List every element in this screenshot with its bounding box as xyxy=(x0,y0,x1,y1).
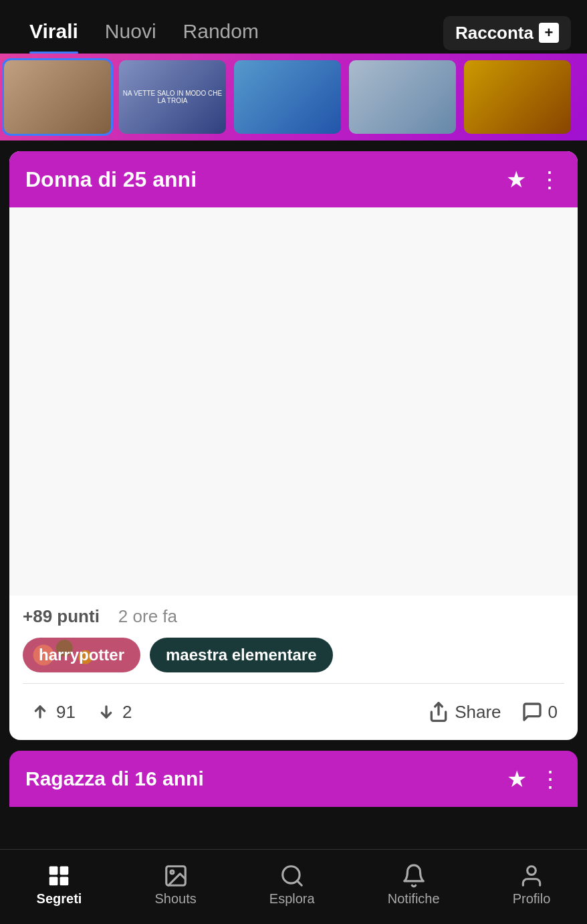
downvote-icon xyxy=(96,701,117,723)
card-preview[interactable]: Ragazza di 16 anni ★ ⋮ xyxy=(9,751,578,807)
bell-icon xyxy=(401,863,427,889)
card-title: Donna di 25 anni xyxy=(25,167,506,192)
svg-rect-6 xyxy=(60,877,69,886)
comment-icon xyxy=(521,701,543,723)
nav-item-esplora[interactable]: Esplora xyxy=(256,858,328,912)
card-tags: harrypotter maestra elementare xyxy=(9,635,578,683)
favorite-icon[interactable]: ★ xyxy=(506,166,526,193)
nav-label-profilo: Profilo xyxy=(513,891,551,907)
upvote-count: 91 xyxy=(56,702,76,723)
tab-nuovi[interactable]: Nuovi xyxy=(92,12,170,54)
person-icon xyxy=(519,863,544,889)
card-header: Donna di 25 anni ★ ⋮ xyxy=(9,151,578,207)
preview-star-icon[interactable]: ★ xyxy=(507,765,527,792)
nav-item-shouts[interactable]: Shouts xyxy=(141,858,209,912)
nav-item-profilo[interactable]: Profilo xyxy=(499,858,564,912)
more-options-icon[interactable]: ⋮ xyxy=(538,166,562,193)
svg-line-10 xyxy=(297,881,302,885)
nav-item-segreti[interactable]: Segreti xyxy=(23,858,96,912)
story-item-5[interactable] xyxy=(464,60,571,134)
card-preview-icons: ★ ⋮ xyxy=(507,765,562,792)
story-item-2[interactable]: NA VETTE SALO IN MODO CHE LA TROIA xyxy=(119,60,226,134)
downvote-count: 2 xyxy=(122,702,132,723)
share-label: Share xyxy=(455,702,501,723)
grid-icon xyxy=(46,863,72,889)
card-body xyxy=(9,207,578,595)
comment-count: 0 xyxy=(548,702,558,723)
card-preview-title: Ragazza di 16 anni xyxy=(25,767,507,790)
points-label: +89 punti xyxy=(23,606,100,627)
downvote-button[interactable]: 2 xyxy=(89,696,138,728)
time-label: 2 ore fa xyxy=(118,606,177,627)
post-card: Donna di 25 anni ★ ⋮ +89 punti 2 ore fa … xyxy=(9,151,578,740)
upvote-button[interactable]: 91 xyxy=(23,696,82,728)
svg-rect-3 xyxy=(49,866,58,875)
nav-label-segreti: Segreti xyxy=(37,891,82,907)
nav-label-esplora: Esplora xyxy=(269,891,315,907)
svg-rect-5 xyxy=(49,877,58,886)
story-item-4[interactable] xyxy=(349,60,456,134)
svg-point-8 xyxy=(170,870,174,874)
preview-dots-icon[interactable]: ⋮ xyxy=(539,765,562,792)
comment-button[interactable]: 0 xyxy=(515,696,564,728)
racconta-button[interactable]: Racconta + xyxy=(443,16,571,50)
bottom-navigation: Segreti Shouts Esplora Notifiche Profilo xyxy=(0,849,587,924)
card-meta: +89 punti 2 ore fa xyxy=(9,595,578,635)
svg-rect-4 xyxy=(60,866,69,875)
stories-bar: NA VETTE SALO IN MODO CHE LA TROIA xyxy=(0,54,587,141)
tab-random[interactable]: Random xyxy=(170,12,272,54)
tag-harrypotter[interactable]: harrypotter xyxy=(23,638,140,672)
upvote-icon xyxy=(29,701,51,723)
racconta-plus-icon: + xyxy=(539,23,559,43)
nav-item-notifiche[interactable]: Notifiche xyxy=(374,858,453,912)
card-header-icons: ★ ⋮ xyxy=(506,166,562,193)
search-icon xyxy=(279,863,305,889)
top-navigation: Virali Nuovi Random Racconta + xyxy=(0,0,587,54)
image-icon xyxy=(163,863,189,889)
nav-label-notifiche: Notifiche xyxy=(388,891,440,907)
tab-virali[interactable]: Virali xyxy=(16,12,92,54)
story-item-3[interactable] xyxy=(234,60,341,134)
story-item-1[interactable] xyxy=(4,60,111,134)
racconta-label: Racconta xyxy=(455,23,534,43)
card-actions: 91 2 Share 0 xyxy=(9,684,578,740)
share-button[interactable]: Share xyxy=(421,696,507,728)
share-icon xyxy=(428,701,449,723)
svg-point-11 xyxy=(527,866,536,875)
nav-label-shouts: Shouts xyxy=(154,891,196,907)
tag-maestra-elementare[interactable]: maestra elementare xyxy=(150,638,332,672)
